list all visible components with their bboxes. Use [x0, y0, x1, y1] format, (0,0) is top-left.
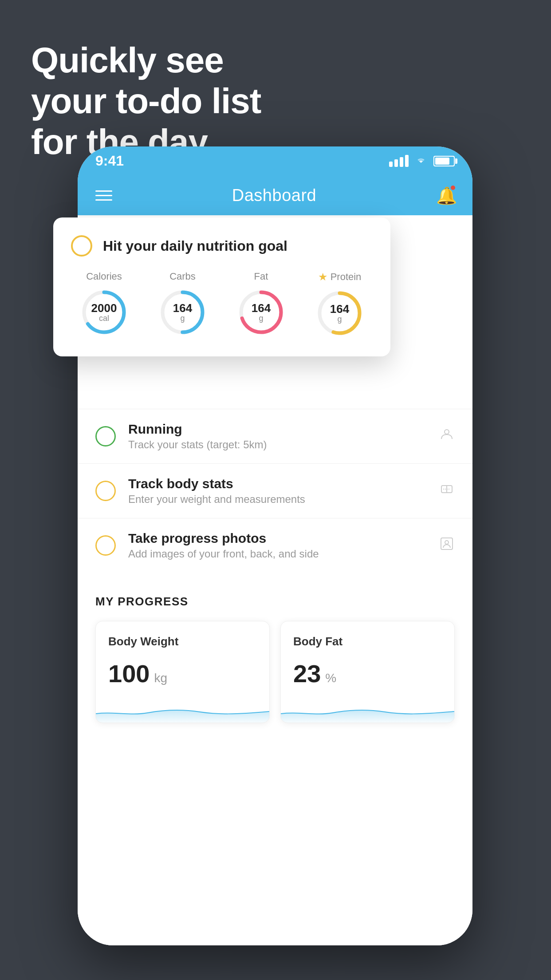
- todo-circle: [95, 426, 116, 447]
- nutrition-label: Carbs: [169, 271, 196, 282]
- status-time: 9:41: [95, 153, 124, 169]
- svg-point-5: [445, 541, 449, 544]
- nutrition-item-calories: Calories 2000 cal: [79, 271, 130, 339]
- todo-desc: Track your stats (target: 5km): [128, 439, 439, 451]
- todo-action-icon: [439, 536, 455, 556]
- todo-desc: Enter your weight and measurements: [128, 493, 439, 506]
- wave-svg: [281, 696, 454, 723]
- progress-value: 100 kg: [108, 659, 257, 688]
- todo-text: Take progress photos Add images of your …: [128, 531, 439, 560]
- progress-card-title: Body Weight: [108, 635, 257, 648]
- todo-action-icon: [439, 481, 455, 501]
- ring-container: 164 g: [236, 287, 287, 338]
- headline-line1: Quickly see: [31, 40, 261, 81]
- todo-circle: [95, 481, 116, 501]
- card-title: Hit your daily nutrition goal: [103, 238, 287, 254]
- battery-icon: [433, 156, 455, 166]
- wave-chart: [96, 696, 269, 723]
- progress-cards: Body Weight 100 kg Body Fat 23 %: [95, 621, 455, 723]
- svg-point-0: [445, 430, 449, 434]
- notifications-button[interactable]: 🔔: [436, 186, 455, 205]
- wave-chart: [281, 696, 454, 723]
- todo-text: Running Track your stats (target: 5km): [128, 422, 439, 451]
- todo-action-icon: [439, 427, 455, 447]
- ring-container: 164 g: [157, 287, 208, 338]
- todo-item[interactable]: Take progress photos Add images of your …: [78, 518, 472, 573]
- progress-card[interactable]: Body Weight 100 kg: [95, 621, 270, 723]
- todo-name: Track body stats: [128, 476, 439, 491]
- ring-container: 164 g: [314, 288, 365, 339]
- todo-name: Take progress photos: [128, 531, 439, 546]
- ring-text: 2000 cal: [91, 301, 117, 323]
- progress-card[interactable]: Body Fat 23 %: [280, 621, 455, 723]
- star-icon: ★: [318, 271, 328, 283]
- status-bar: 9:41: [78, 146, 472, 175]
- todo-desc: Add images of your front, back, and side: [128, 548, 439, 560]
- todo-circle: [95, 535, 116, 556]
- ring-unit: g: [330, 315, 349, 324]
- headline-line2: your to-do list: [31, 81, 261, 122]
- nutrition-item-fat: Fat 164 g: [236, 271, 287, 339]
- todo-text: Track body stats Enter your weight and m…: [128, 476, 439, 506]
- progress-value: 23 %: [293, 659, 442, 688]
- ring-unit: g: [252, 314, 271, 323]
- ring-text: 164 g: [173, 301, 192, 323]
- nutrition-label: Fat: [254, 271, 268, 282]
- todo-item[interactable]: Track body stats Enter your weight and m…: [78, 463, 472, 518]
- headline: Quickly see your to-do list for the day.: [31, 40, 261, 162]
- wifi-icon: [414, 154, 428, 168]
- nutrition-label: Calories: [86, 271, 122, 282]
- ring-value: 164: [252, 301, 271, 314]
- signal-icon: [389, 155, 409, 167]
- progress-unit: %: [325, 671, 336, 685]
- ring-value: 2000: [91, 301, 117, 314]
- menu-button[interactable]: [95, 190, 112, 201]
- wave-svg: [96, 696, 269, 723]
- todo-name: Running: [128, 422, 439, 437]
- app-title: Dashboard: [232, 186, 316, 205]
- ring-unit: cal: [91, 314, 117, 323]
- progress-unit: kg: [154, 671, 167, 685]
- ring-container: 2000 cal: [79, 287, 130, 338]
- notification-dot: [450, 185, 456, 191]
- ring-text: 164 g: [252, 301, 271, 323]
- todo-item[interactable]: Running Track your stats (target: 5km): [78, 409, 472, 463]
- card-header: Hit your daily nutrition goal: [71, 235, 373, 257]
- nutrition-label: ★Protein: [318, 271, 362, 283]
- status-icons: [389, 154, 455, 168]
- ring-unit: g: [173, 314, 192, 323]
- nutrition-item-protein: ★Protein 164 g: [314, 271, 365, 339]
- progress-card-title: Body Fat: [293, 635, 442, 648]
- ring-value: 164: [173, 301, 192, 314]
- progress-section: MY PROGRESS Body Weight 100 kg Body Fat …: [78, 573, 472, 723]
- todo-circle-nutrition: [71, 235, 92, 257]
- nutrition-card: Hit your daily nutrition goal Calories 2…: [53, 217, 390, 356]
- progress-number: 23: [293, 659, 321, 688]
- progress-number: 100: [108, 659, 150, 688]
- progress-title: MY PROGRESS: [95, 595, 455, 609]
- todo-list: Running Track your stats (target: 5km) T…: [78, 409, 472, 573]
- ring-text: 164 g: [330, 302, 349, 324]
- nutrition-row: Calories 2000 cal Carbs 164 g Fat: [71, 271, 373, 339]
- nutrition-item-carbs: Carbs 164 g: [157, 271, 208, 339]
- ring-value: 164: [330, 302, 349, 315]
- app-header: Dashboard 🔔: [78, 175, 472, 215]
